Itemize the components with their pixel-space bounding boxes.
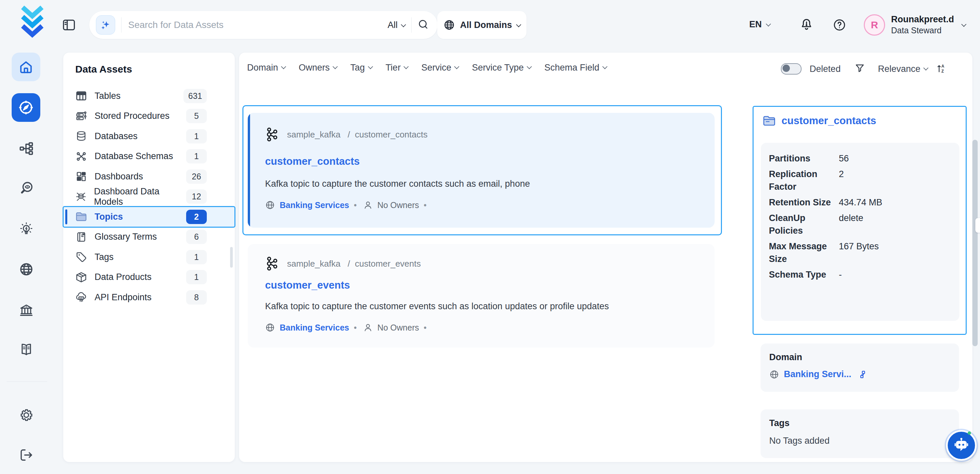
nav-logout[interactable] <box>19 447 34 464</box>
user-role: Data Steward <box>891 25 954 36</box>
entity-name: customer_events <box>355 259 421 269</box>
user-menu[interactable]: R Rounakpreet.d Data Steward <box>864 14 966 36</box>
detail-title[interactable]: customer_contacts <box>781 115 876 127</box>
nav-domains[interactable] <box>19 262 34 278</box>
asset-description: Kafka topic to capture the customer cont… <box>265 179 530 189</box>
filter-tier[interactable]: Tier <box>386 62 408 73</box>
detail-row: Partitions56 <box>769 152 959 165</box>
chevron-down-icon <box>516 22 521 27</box>
nav-lineage[interactable] <box>19 141 34 157</box>
search-scope-dropdown[interactable]: All <box>388 20 405 30</box>
filter-schema-field[interactable]: Schema Field <box>544 62 607 73</box>
domain-link[interactable]: Banking Services <box>280 200 349 210</box>
language-dropdown[interactable]: EN <box>749 19 770 30</box>
home-icon <box>18 59 33 75</box>
asset-description: Kafka topic to capture the customer even… <box>265 301 609 312</box>
help-icon[interactable] <box>832 18 846 33</box>
asset-type-dashboards[interactable]: Dashboards 26 <box>63 167 235 187</box>
sort-field-dropdown[interactable]: Relevance <box>878 64 928 74</box>
toggle-knob <box>783 65 790 72</box>
chatbot-status-dot <box>968 431 971 435</box>
detail-row: Schema Type- <box>769 268 959 281</box>
entity-name: customer_contacts <box>355 129 428 140</box>
topic-config-section: Partitions56 Replication Factor2 Retenti… <box>761 143 959 321</box>
chevron-down-icon <box>765 21 771 27</box>
chatbot-button[interactable] <box>946 430 977 461</box>
explore-page: All All Domains EN R <box>0 0 980 474</box>
asset-type-glossary-terms[interactable]: Glossary Terms 6 <box>63 227 235 247</box>
nav-explore[interactable] <box>12 93 40 122</box>
explore-content-panel: Domain Owners Tag Tier Service Service T… <box>239 52 972 462</box>
chevron-down-icon <box>454 64 460 69</box>
service-name[interactable]: sample_kafka <box>287 129 340 140</box>
app-logo[interactable] <box>19 5 46 39</box>
detail-domain-section: Domain Banking Servi... <box>760 344 959 392</box>
filter-service[interactable]: Service <box>421 62 458 73</box>
detail-value: delete <box>839 212 864 237</box>
folder-icon <box>75 211 87 223</box>
detail-row: Replication Factor2 <box>769 168 959 193</box>
ai-sparkle-icon[interactable] <box>96 15 115 35</box>
user-name: Rounakpreet.d <box>891 14 954 25</box>
service-name[interactable]: sample_kafka <box>287 259 340 269</box>
sort-direction-icon[interactable]: AZ <box>936 62 947 75</box>
domain-link[interactable]: Banking Services <box>280 323 349 332</box>
asset-type-data-products[interactable]: Data Products 1 <box>63 267 235 288</box>
result-card-customer-events[interactable]: sample_kafka / customer_events customer_… <box>248 244 714 348</box>
chevron-down-icon <box>404 64 409 69</box>
link-icon[interactable] <box>859 370 868 379</box>
asset-type-stored-procedures[interactable]: Stored Procedures 5 <box>63 106 235 126</box>
global-search-bar[interactable]: All <box>89 11 438 39</box>
detail-value: 434.74 MB <box>839 196 883 209</box>
tag-icon <box>75 251 87 263</box>
dashboard-icon <box>75 170 87 183</box>
asset-type-tags[interactable]: Tags 1 <box>63 247 235 267</box>
owners-label: No Owners <box>377 200 419 210</box>
chevron-down-icon <box>961 22 967 27</box>
notifications-bell-icon[interactable] <box>799 17 814 33</box>
sidebar-collapse-icon[interactable] <box>61 17 76 34</box>
asset-type-database-schemas[interactable]: Database Schemas 1 <box>63 146 235 167</box>
filter-funnel-icon[interactable] <box>854 63 865 75</box>
avatar-initial: R <box>871 19 878 30</box>
count-badge: 6 <box>186 230 207 244</box>
asset-type-api-endpoints[interactable]: API API Endpoints 8 <box>63 287 235 307</box>
edge-widget-tab[interactable] <box>975 218 980 233</box>
asset-type-tables[interactable]: Tables 631 <box>63 86 235 106</box>
deleted-toggle[interactable] <box>781 63 802 75</box>
user-avatar[interactable]: R <box>864 14 885 36</box>
nav-insights[interactable] <box>19 222 34 238</box>
detail-domain-link[interactable]: Banking Servi... <box>784 369 851 380</box>
nav-observability[interactable] <box>19 180 34 197</box>
asset-title-link[interactable]: customer_contacts <box>265 156 360 167</box>
asset-type-databases[interactable]: Databases 1 <box>63 126 235 146</box>
count-badge: 1 <box>186 149 207 164</box>
asset-type-topics[interactable]: Topics 2 <box>63 207 235 227</box>
filter-domain[interactable]: Domain <box>247 62 285 73</box>
assets-panel-scrollbar[interactable] <box>230 247 233 268</box>
compass-icon <box>18 100 34 116</box>
search-icon[interactable] <box>418 19 429 31</box>
asset-type-dashboard-data-models[interactable]: Dashboard Data Models 12 <box>63 187 235 207</box>
glossary-icon <box>75 231 87 243</box>
tags-section-title: Tags <box>769 418 959 428</box>
search-divider-2 <box>411 17 412 33</box>
kafka-icon <box>265 256 279 271</box>
filter-tag[interactable]: Tag <box>350 62 372 73</box>
all-domains-dropdown[interactable]: All Domains <box>437 11 527 39</box>
page-scrollbar[interactable] <box>972 140 978 346</box>
breadcrumb: sample_kafka / customer_events <box>287 259 421 269</box>
count-badge: 2 <box>186 210 207 224</box>
nav-glossary[interactable] <box>19 342 34 358</box>
nav-govern[interactable] <box>19 302 34 319</box>
search-input[interactable] <box>127 19 382 30</box>
nav-home[interactable] <box>12 52 40 81</box>
result-card-customer-contacts[interactable]: sample_kafka / customer_contacts custome… <box>242 105 722 235</box>
filter-service-type[interactable]: Service Type <box>472 62 531 73</box>
globe-icon <box>443 19 455 31</box>
asset-title-link[interactable]: customer_events <box>265 279 350 291</box>
result-card-body: sample_kafka / customer_contacts custome… <box>248 113 714 227</box>
filter-owners[interactable]: Owners <box>299 62 337 73</box>
count-badge: 1 <box>186 270 207 284</box>
nav-settings[interactable] <box>19 407 34 424</box>
